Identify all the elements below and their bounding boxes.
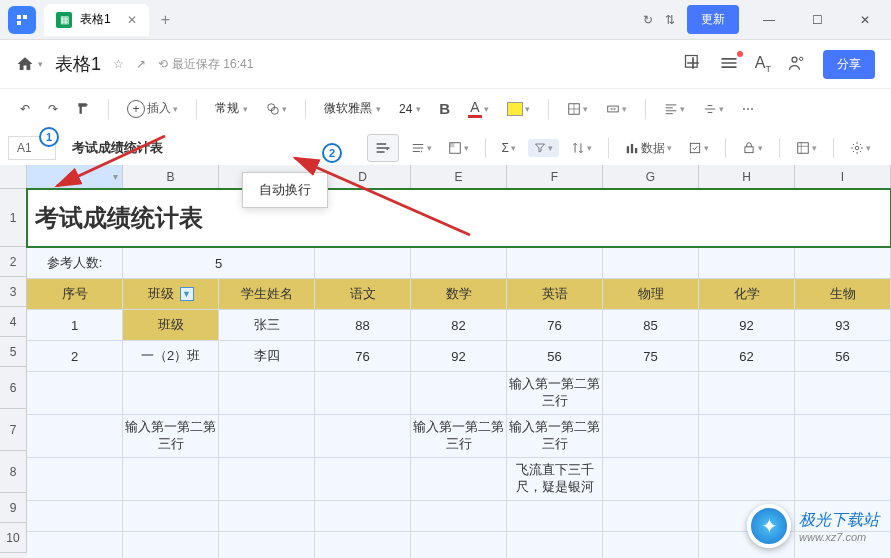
cell[interactable]: [315, 532, 411, 558]
cell[interactable]: [507, 248, 603, 278]
add-content-icon[interactable]: [683, 53, 703, 76]
select-all-corner[interactable]: [0, 165, 27, 188]
row-header-8[interactable]: 8: [0, 451, 27, 493]
cell[interactable]: [411, 501, 507, 531]
wrap-text-button[interactable]: [367, 134, 399, 162]
collaborator-icon[interactable]: [787, 53, 807, 76]
cell[interactable]: 5: [123, 248, 315, 278]
cell[interactable]: [219, 415, 315, 457]
cell[interactable]: [27, 501, 123, 531]
cell[interactable]: 序号: [27, 279, 123, 309]
cell[interactable]: [123, 372, 219, 414]
row-header-7[interactable]: 7: [0, 409, 27, 451]
tab-active[interactable]: ▦ 表格1 ✕: [44, 4, 149, 36]
col-header-H[interactable]: H: [699, 165, 795, 188]
refresh-icon[interactable]: ↻: [643, 13, 653, 27]
row-header-5[interactable]: 5: [0, 337, 27, 367]
validation-button[interactable]: ▾: [684, 137, 713, 159]
cell[interactable]: 输入第一第二第三行: [507, 372, 603, 414]
cell[interactable]: [123, 501, 219, 531]
cell[interactable]: [411, 248, 507, 278]
more-button[interactable]: ⋯: [738, 98, 758, 120]
merge-button[interactable]: ▾: [602, 98, 631, 120]
maximize-button[interactable]: ☐: [799, 2, 835, 38]
cell[interactable]: [699, 248, 795, 278]
cell[interactable]: 56: [507, 341, 603, 371]
cell[interactable]: [219, 372, 315, 414]
valign-button[interactable]: ▾: [699, 98, 728, 120]
cell[interactable]: [27, 458, 123, 500]
row-header-2[interactable]: 2: [0, 247, 27, 277]
cell[interactable]: 语文: [315, 279, 411, 309]
title-cell[interactable]: 考试成绩统计表: [27, 189, 891, 247]
undo-button[interactable]: ↶: [16, 98, 34, 120]
currency-button[interactable]: ▾: [262, 98, 291, 120]
text-color-button[interactable]: A▾: [464, 95, 492, 122]
cell[interactable]: 学生姓名: [219, 279, 315, 309]
add-tab-button[interactable]: +: [161, 11, 170, 29]
cell[interactable]: 76: [315, 341, 411, 371]
row-header-3[interactable]: 3: [0, 277, 27, 307]
cell[interactable]: 85: [603, 310, 699, 340]
close-icon[interactable]: ✕: [127, 13, 137, 27]
cell[interactable]: [219, 532, 315, 558]
cell[interactable]: 飞流直下三千尺，疑是银河: [507, 458, 603, 500]
cell[interactable]: [699, 372, 795, 414]
row-header-10[interactable]: 10: [0, 523, 27, 553]
col-header-B[interactable]: B: [123, 165, 219, 188]
cell[interactable]: 化学: [699, 279, 795, 309]
insert-button[interactable]: + 插入 ▾: [123, 96, 182, 122]
cell[interactable]: 92: [699, 310, 795, 340]
cell[interactable]: [123, 532, 219, 558]
cell[interactable]: [411, 458, 507, 500]
align-button[interactable]: ▾: [660, 98, 689, 120]
cell[interactable]: [603, 501, 699, 531]
cell[interactable]: 班级: [123, 310, 219, 340]
cell[interactable]: 张三: [219, 310, 315, 340]
row-header-4[interactable]: 4: [0, 307, 27, 337]
fill-color-button[interactable]: ▾: [503, 98, 534, 120]
font-size-icon[interactable]: AT: [755, 54, 771, 74]
cell[interactable]: [27, 532, 123, 558]
cell[interactable]: 56: [795, 341, 891, 371]
cell[interactable]: [603, 415, 699, 457]
row-header-6[interactable]: 6: [0, 367, 27, 409]
cell[interactable]: [795, 458, 891, 500]
update-button[interactable]: 更新: [687, 5, 739, 34]
cell[interactable]: [411, 372, 507, 414]
cell[interactable]: [507, 501, 603, 531]
data-button[interactable]: 数据 ▾: [621, 136, 676, 161]
format-painter-button[interactable]: [72, 98, 94, 120]
filter-button[interactable]: ▾: [528, 139, 559, 157]
cell[interactable]: 输入第一第二第三行: [507, 415, 603, 457]
font-select[interactable]: 微软雅黑 ▾: [320, 96, 385, 121]
cell[interactable]: [603, 372, 699, 414]
cell[interactable]: 李四: [219, 341, 315, 371]
close-button[interactable]: ✕: [847, 2, 883, 38]
tools-button[interactable]: ▾: [846, 137, 875, 159]
app-icon[interactable]: [8, 6, 36, 34]
number-format-select[interactable]: 常规 ▾: [211, 96, 252, 121]
cell[interactable]: [27, 372, 123, 414]
cell[interactable]: 1: [27, 310, 123, 340]
borders-button[interactable]: ▾: [563, 98, 592, 120]
cell[interactable]: 生物: [795, 279, 891, 309]
cell[interactable]: 62: [699, 341, 795, 371]
col-header-I[interactable]: I: [795, 165, 891, 188]
cell[interactable]: [219, 501, 315, 531]
cell[interactable]: [603, 532, 699, 558]
cell[interactable]: [411, 532, 507, 558]
cell[interactable]: [315, 372, 411, 414]
cell[interactable]: 参考人数:: [27, 248, 123, 278]
cell[interactable]: [603, 458, 699, 500]
bold-button[interactable]: B: [435, 96, 454, 121]
star-icon[interactable]: ☆: [113, 57, 124, 71]
formula-content[interactable]: 考试成绩统计表: [64, 135, 171, 161]
col-header-F[interactable]: F: [507, 165, 603, 188]
cell[interactable]: 输入第一第二第三行: [123, 415, 219, 457]
cell[interactable]: 一（2）班: [123, 341, 219, 371]
col-header-D[interactable]: D: [315, 165, 411, 188]
cell[interactable]: 88: [315, 310, 411, 340]
home-button[interactable]: ▾: [16, 55, 43, 73]
menu-icon[interactable]: [719, 53, 739, 76]
